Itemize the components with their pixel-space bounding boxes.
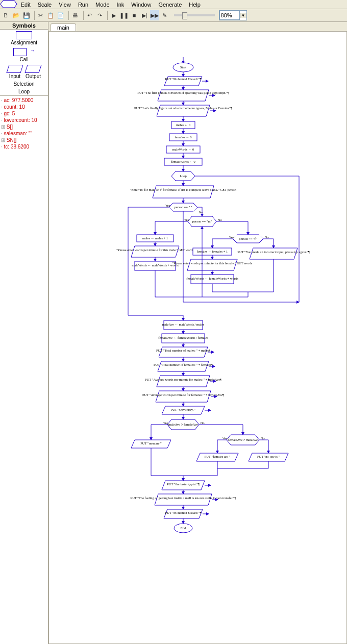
- paste-button[interactable]: 📄: [56, 10, 66, 21]
- node-put-totm[interactable]: PUT "Total number of males: " + males¶: [156, 347, 210, 357]
- undo-button[interactable]: ↶: [85, 10, 95, 21]
- svg-text:males ← males + 1: males ← males + 1: [142, 236, 168, 240]
- node-cond-blank[interactable]: person == " ": [169, 203, 197, 211]
- var-ac: ac: 977.5000: [1, 97, 47, 104]
- svg-text:PUT "Average words per minute : PUT "Average words per minute for males:…: [145, 378, 221, 381]
- palette-loop[interactable]: Loop: [0, 88, 48, 95]
- open-button[interactable]: 📂: [11, 10, 21, 21]
- svg-text:PUT "The first person convicte: PUT "The first person convicted of speed…: [137, 91, 229, 94]
- svg-text:PUT "Mohamad Elsaadi "¶: PUT "Mohamad Elsaadi "¶: [165, 77, 202, 81]
- var-s-array[interactable]: S[]: [1, 123, 47, 130]
- svg-text:Yes: Yes: [165, 204, 170, 207]
- node-males0[interactable]: males ← 0: [171, 121, 195, 129]
- menu-run[interactable]: Run: [75, 1, 92, 8]
- speed-slider[interactable]: [174, 14, 215, 16]
- svg-text:PUT "Let's finally figure out : PUT "Let's finally figure out who is the…: [134, 106, 232, 110]
- node-malewords0[interactable]: maleWords ← 0: [166, 146, 200, 153]
- svg-text:PUT "Average words per minute : PUT "Average words per minute for female…: [142, 393, 224, 397]
- svg-text:males ← 0: males ← 0: [176, 123, 190, 127]
- svg-text:PUT "Total number of females: : PUT "Total number of females: " + female…: [154, 363, 213, 366]
- canvas-area: main Start PUT "Mohamad Elsaadi "¶ PUT "…: [48, 22, 347, 644]
- svg-text:females ← 0: females ← 0: [175, 135, 191, 139]
- flowchart-canvas[interactable]: Start PUT "Mohamad Elsaadi "¶ PUT "The f…: [48, 31, 347, 644]
- svg-text:maleAve ← maleWords / males: maleAve ← maleWords / males: [162, 323, 205, 326]
- svg-text:PUT "You made an incorrect inp: PUT "You made an incorrect input, please…: [237, 250, 309, 254]
- svg-text:maleWords ← 0: maleWords ← 0: [172, 147, 194, 151]
- node-put-men[interactable]: PUT "men are ": [131, 440, 171, 448]
- svg-text:No: No: [201, 422, 205, 425]
- zoom-input[interactable]: [219, 11, 240, 20]
- node-put-fem[interactable]: PUT "females are ": [196, 453, 238, 461]
- palette-selection[interactable]: Selection: [0, 80, 48, 88]
- stop-button[interactable]: ■: [129, 10, 139, 21]
- svg-text:"Please enter words per minute: "Please enter words per minute for this …: [172, 261, 253, 265]
- menu-edit[interactable]: Edit: [17, 1, 34, 8]
- svg-text:Loop: Loop: [180, 174, 187, 178]
- menu-window[interactable]: Window: [128, 1, 155, 8]
- var-count: count: 10: [1, 104, 47, 110]
- menu-help[interactable]: Help: [185, 1, 204, 8]
- svg-text:person == "f": person == "f": [239, 237, 257, 240]
- tab-main[interactable]: main: [51, 23, 76, 31]
- pen-button[interactable]: ✎: [160, 10, 170, 21]
- palette-call[interactable]: → Call: [0, 46, 48, 63]
- node-f-prompt[interactable]: "Please enter words per minute for this …: [172, 259, 253, 270]
- node-cond-m[interactable]: person == "m": [188, 216, 216, 227]
- svg-text:No: No: [218, 218, 222, 221]
- node-males-inc[interactable]: males ← males + 1: [137, 235, 174, 242]
- redo-button[interactable]: ↷: [94, 10, 105, 21]
- var-tc: tc: 38.6200: [1, 143, 47, 150]
- node-put-none[interactable]: PUT "no one is ": [249, 453, 288, 461]
- node-put-fact2[interactable]: PUT "The feeling of getting lost inside …: [131, 494, 236, 505]
- var-sn-array[interactable]: SN[]: [1, 137, 47, 143]
- play-button[interactable]: ▶: [109, 10, 119, 21]
- svg-text:PUT "men are ": PUT "men are ": [140, 441, 162, 445]
- cut-button[interactable]: ✂: [36, 10, 46, 21]
- menu-ink[interactable]: Ink: [113, 1, 128, 8]
- node-femaleave[interactable]: femaleAve ← femaleWords / females: [158, 334, 208, 343]
- step-button[interactable]: ▶|: [139, 10, 150, 21]
- pause-button[interactable]: ❚❚: [119, 10, 129, 21]
- node-females0[interactable]: females ← 0: [169, 134, 197, 141]
- save-button[interactable]: 💾: [21, 10, 32, 21]
- node-maleave[interactable]: maleAve ← maleWords / males: [162, 320, 205, 330]
- zoom-dropdown-icon[interactable]: ▼: [240, 13, 246, 18]
- run-to-button[interactable]: ▶▶: [150, 10, 160, 21]
- node-prompt-person[interactable]: "Enter 'm' for male or 'f' for female. I…: [130, 186, 237, 198]
- svg-text:person == " ": person == " ": [175, 205, 192, 209]
- print-button[interactable]: 🖶: [70, 10, 80, 21]
- node-put-intro[interactable]: PUT "Let's finally figure out who is the…: [134, 105, 232, 116]
- node-loop[interactable]: Loop: [171, 171, 195, 181]
- menu-scale[interactable]: Scale: [34, 1, 56, 8]
- node-cond-fg[interactable]: femaleAve > maleAve: [227, 435, 259, 445]
- new-button[interactable]: 🗋: [1, 10, 11, 21]
- svg-text:femaleWords ← femaleWords + wo: femaleWords ← femaleWords + words: [186, 277, 238, 280]
- svg-text:Yes: Yes: [222, 437, 228, 440]
- palette-assignment[interactable]: Assignment: [0, 30, 48, 46]
- node-end[interactable]: End: [174, 524, 192, 533]
- node-fw-add[interactable]: femaleWords ← femaleWords + words: [186, 275, 238, 284]
- node-mw-add[interactable]: maleWords ← maleWords + words: [132, 261, 179, 270]
- node-put-name1[interactable]: PUT "Mohamad Elsaadi "¶: [164, 77, 202, 86]
- svg-text:PUT "the faster typist."¶: PUT "the faster typist."¶: [167, 482, 200, 486]
- svg-text:PUT "no one is ": PUT "no one is ": [257, 455, 280, 458]
- node-cond-f[interactable]: person == "f": [233, 235, 263, 243]
- separator: [81, 11, 83, 20]
- menu-view[interactable]: View: [55, 1, 75, 8]
- palette-output[interactable]: Output: [26, 64, 41, 79]
- node-femalewords0[interactable]: femaleWords ← 0: [164, 158, 202, 165]
- node-put-obv[interactable]: PUT "Obviously, ": [162, 406, 205, 414]
- node-put-totf[interactable]: PUT "Total number of females: " + female…: [154, 361, 213, 371]
- node-put-fact[interactable]: PUT "The first person convicted of speed…: [137, 90, 229, 101]
- palette-input[interactable]: Input: [7, 64, 22, 79]
- node-cond-mg[interactable]: maleAve > femaleAve: [167, 419, 199, 430]
- copy-button[interactable]: 📋: [46, 10, 56, 21]
- node-put-name2[interactable]: PUT "Mohamad Elsaadi "¶: [164, 509, 203, 518]
- svg-text:"Enter 'm' for male or 'f' for: "Enter 'm' for male or 'f' for female. I…: [130, 188, 237, 191]
- menu-generate[interactable]: Generate: [155, 1, 185, 8]
- node-put-fast[interactable]: PUT "the faster typist."¶: [162, 481, 205, 490]
- node-start[interactable]: Start: [173, 63, 193, 72]
- node-females-inc[interactable]: females ← females + 1: [193, 248, 232, 255]
- menu-mode[interactable]: Mode: [92, 1, 113, 8]
- zoom-select[interactable]: ▼: [219, 10, 247, 20]
